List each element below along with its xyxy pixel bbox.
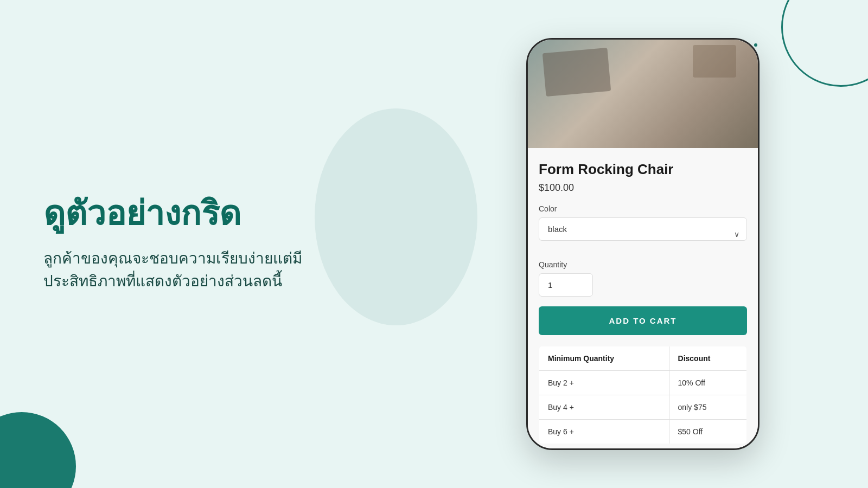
discount-value-3: $50 Off (669, 420, 746, 444)
product-price: $100.00 (539, 182, 747, 194)
col-discount-header: Discount (669, 346, 746, 371)
sub-text-line1: ลูกค้าของคุณจะชอบความเรียบง่ายแต่มี (43, 250, 302, 267)
color-field: Color black white gray brown (539, 204, 747, 251)
quantity-field: Quantity (539, 260, 747, 306)
discount-table-body: Buy 2 + 10% Off Buy 4 + only $75 Buy 6 +… (539, 371, 747, 444)
bg-blob-center (315, 108, 477, 325)
color-label: Color (539, 204, 747, 213)
quantity-input[interactable] (539, 273, 593, 297)
table-row: Buy 2 + 10% Off (539, 371, 747, 395)
table-row: Buy 4 + only $75 (539, 395, 747, 420)
bg-circle-top-right (781, 0, 868, 87)
left-section: ดูตัวอย่างกริด ลูกค้าของคุณจะชอบความเรีย… (43, 195, 302, 293)
quantity-label: Quantity (539, 260, 747, 269)
min-qty-3: Buy 6 + (539, 420, 669, 444)
add-to-cart-button[interactable]: ADD TO CART (539, 306, 747, 335)
main-heading: ดูตัวอย่างกริด (43, 195, 302, 232)
sub-text-line2: ประสิทธิภาพที่แสดงตัวอย่างส่วนลดนี้ (43, 273, 282, 290)
min-qty-2: Buy 4 + (539, 395, 669, 420)
sub-text: ลูกค้าของคุณจะชอบความเรียบง่ายแต่มี ประส… (43, 247, 302, 293)
product-image (528, 40, 758, 148)
product-details: Form Rocking Chair $100.00 Color black w… (528, 148, 758, 448)
phone-frame: Form Rocking Chair $100.00 Color black w… (526, 38, 760, 450)
bg-circle-bottom-left (0, 412, 76, 488)
table-row: Buy 6 + $50 Off (539, 420, 747, 444)
product-title: Form Rocking Chair (539, 161, 747, 178)
discount-value-1: 10% Off (669, 371, 746, 395)
discount-table: Minimum Quantity Discount Buy 2 + 10% Of… (539, 346, 747, 444)
min-qty-1: Buy 2 + (539, 371, 669, 395)
phone-container: Form Rocking Chair $100.00 Color black w… (526, 38, 760, 450)
color-select-wrapper[interactable]: black white gray brown (539, 217, 747, 251)
col-min-qty-header: Minimum Quantity (539, 346, 669, 371)
discount-value-2: only $75 (669, 395, 746, 420)
color-select[interactable]: black white gray brown (539, 217, 747, 241)
table-header-row: Minimum Quantity Discount (539, 346, 747, 371)
